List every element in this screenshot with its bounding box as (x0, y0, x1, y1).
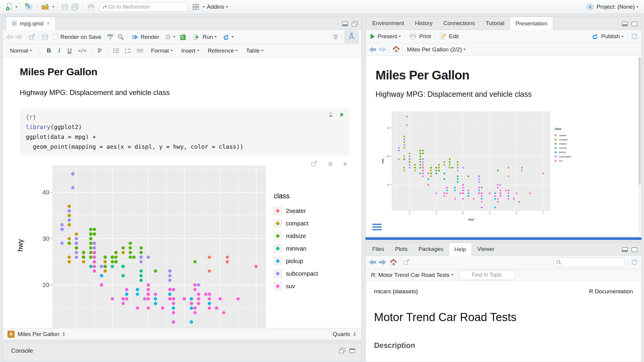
new-file-caret[interactable] (15, 6, 18, 8)
home-icon[interactable] (392, 46, 400, 53)
run-chunk-icon[interactable] (339, 112, 345, 118)
minimize-pane-icon[interactable] (342, 21, 348, 27)
tab-close-icon[interactable]: × (46, 20, 50, 27)
publish-button[interactable]: Publish (590, 32, 625, 41)
run-caret[interactable] (214, 36, 217, 38)
console-restore-icon[interactable] (339, 348, 345, 353)
back-icon[interactable] (6, 34, 13, 40)
search-icon[interactable] (117, 33, 124, 41)
bold-button[interactable]: B (47, 47, 51, 54)
slide-back-icon[interactable] (369, 46, 376, 53)
tab-mpg-qmd[interactable]: mpg.qmd × (6, 17, 56, 30)
print-presentation-button[interactable]: Print (408, 32, 432, 41)
sync-caret[interactable] (231, 36, 234, 38)
minimize-pane-icon[interactable] (622, 247, 628, 252)
tab-files[interactable]: Files (367, 243, 390, 255)
help-popout-icon[interactable] (403, 259, 410, 266)
code-line[interactable]: library(ggplot2) (26, 122, 344, 132)
help-topic-caret[interactable] (451, 274, 454, 276)
save-button[interactable] (60, 2, 70, 11)
collapse-output-icon[interactable] (327, 161, 333, 167)
spellcheck-icon[interactable]: ABC✓ (107, 34, 114, 40)
edit-presentation-button[interactable]: Edit (438, 32, 460, 41)
doc-format-label[interactable]: Quarto (333, 331, 350, 338)
forward-icon[interactable] (15, 34, 23, 40)
render-button[interactable]: Render (130, 33, 160, 41)
format-selector-arrows-icon[interactable] (352, 332, 357, 337)
goto-file-input[interactable] (108, 4, 177, 10)
help-search-input[interactable] (562, 259, 619, 265)
pane-layout-caret[interactable] (202, 6, 205, 8)
table-menu[interactable]: Table (245, 47, 265, 55)
refresh-presentation-icon[interactable] (631, 33, 638, 40)
run-chunks-above-icon[interactable] (327, 112, 334, 118)
outline-location[interactable]: Miles Per Gallon (18, 331, 59, 338)
outline-icon[interactable] (332, 34, 339, 40)
tab-history[interactable]: History (410, 17, 438, 30)
visual-editor-document[interactable]: Miles Per Gallon Highway MPG: Displaceme… (3, 58, 361, 329)
popout-icon[interactable] (29, 34, 36, 40)
checkbox-icon[interactable] (53, 34, 58, 39)
maximize-pane-icon[interactable] (351, 21, 358, 27)
close-output-icon[interactable]: × (343, 161, 347, 167)
gear-icon[interactable] (164, 33, 172, 41)
find-in-topic-box[interactable] (459, 270, 515, 280)
code-line[interactable]: geom_point(mapping = aes(x = displ, y = … (26, 142, 344, 152)
addins-caret[interactable] (226, 6, 228, 8)
open-recent-caret[interactable] (52, 6, 54, 8)
render-options-caret[interactable] (173, 36, 176, 38)
tab-packages[interactable]: Packages (413, 243, 448, 255)
source-sync-button[interactable] (221, 33, 235, 42)
output-popout-icon[interactable] (311, 161, 318, 167)
new-file-button[interactable] (4, 2, 14, 12)
console-maximize-icon[interactable] (349, 348, 355, 353)
tab-connections[interactable]: Connections (438, 17, 480, 30)
code-line[interactable]: ggplot(data = mpg) + (26, 132, 344, 142)
slide-selector[interactable]: Miles Per Gallon (2/2) (406, 45, 467, 54)
blockquote-icon[interactable]: 99 (137, 47, 143, 55)
reference-menu[interactable]: Reference (207, 47, 239, 55)
find-in-topic-input[interactable] (463, 272, 511, 278)
render-on-save-checkbox[interactable]: Render on Save (53, 34, 101, 40)
maximize-pane-icon[interactable] (631, 247, 638, 252)
code-chunk[interactable]: {r}library(ggplot2)ggplot(data = mpg) + … (20, 109, 350, 155)
tab-viewer[interactable]: Viewer (472, 243, 500, 255)
present-button[interactable]: Present (369, 32, 402, 41)
help-home-icon[interactable] (390, 259, 397, 266)
slide-menu-icon[interactable] (372, 224, 382, 232)
addins-menu[interactable]: Addins (207, 4, 224, 10)
tab-plots[interactable]: Plots (390, 243, 413, 255)
tab-presentation[interactable]: Presentation (510, 17, 553, 30)
insert-menu[interactable]: Insert (180, 47, 201, 55)
pane-layout-button[interactable] (191, 2, 201, 11)
paragraph-style-dropdown[interactable]: Normal (9, 47, 33, 55)
save-icon-small[interactable] (42, 33, 49, 41)
print-button[interactable] (86, 2, 96, 11)
tab-help[interactable]: Help (449, 243, 472, 256)
outline-selector-arrows-icon[interactable] (62, 332, 66, 337)
maximize-pane-icon[interactable] (631, 21, 638, 27)
help-forward-icon[interactable] (379, 259, 387, 266)
active-pane-divider[interactable] (365, 237, 642, 240)
clear-format-icon[interactable] (96, 48, 103, 54)
help-refresh-icon[interactable] (631, 258, 638, 266)
help-topic-dropdown[interactable]: R: Motor Trend Car Road Tests (371, 272, 450, 278)
publish-caret[interactable] (621, 36, 624, 37)
new-project-button[interactable]: R (23, 2, 34, 12)
code-format-button[interactable]: </> (78, 48, 86, 53)
italic-button[interactable]: I (58, 47, 60, 54)
tab-environment[interactable]: Environment (367, 17, 410, 30)
visual-editor-toggle[interactable] (345, 31, 358, 43)
presentation-scrollbar[interactable] (639, 57, 641, 235)
bullet-list-icon[interactable] (113, 48, 120, 54)
project-menu[interactable]: R Project: (None) (585, 2, 640, 12)
format-menu[interactable]: Format (150, 47, 174, 55)
underline-button[interactable]: U (67, 47, 71, 54)
minimize-pane-icon[interactable] (622, 21, 628, 27)
open-file-button[interactable] (40, 2, 51, 11)
present-caret[interactable] (399, 36, 401, 37)
tab-tutorial[interactable]: Tutorial (480, 17, 510, 30)
insert-chunk-icon[interactable]: C (178, 33, 186, 41)
save-all-button[interactable] (70, 2, 80, 12)
console-title[interactable]: Console (11, 347, 33, 354)
